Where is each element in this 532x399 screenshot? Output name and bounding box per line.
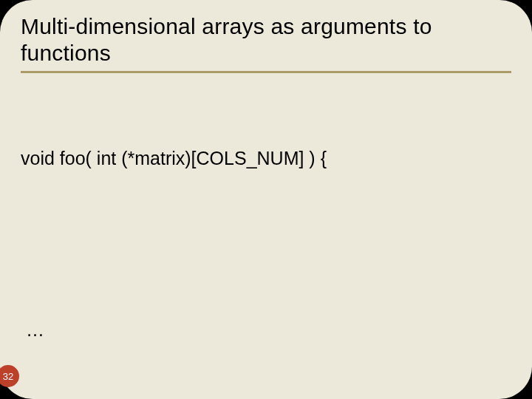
slide-body: void foo( int (*matrix)[COLS_NUM] ) { … …	[21, 86, 511, 399]
title-underline	[21, 71, 511, 73]
slide: Multi-dimensional arrays as arguments to…	[0, 0, 532, 399]
code-line: void foo( int (*matrix)[COLS_NUM] ) {	[21, 144, 511, 173]
page-number-badge: 32	[0, 365, 19, 387]
code-line: …	[21, 316, 511, 344]
code-line	[21, 230, 511, 259]
slide-title: Multi-dimensional arrays as arguments to…	[21, 13, 511, 66]
